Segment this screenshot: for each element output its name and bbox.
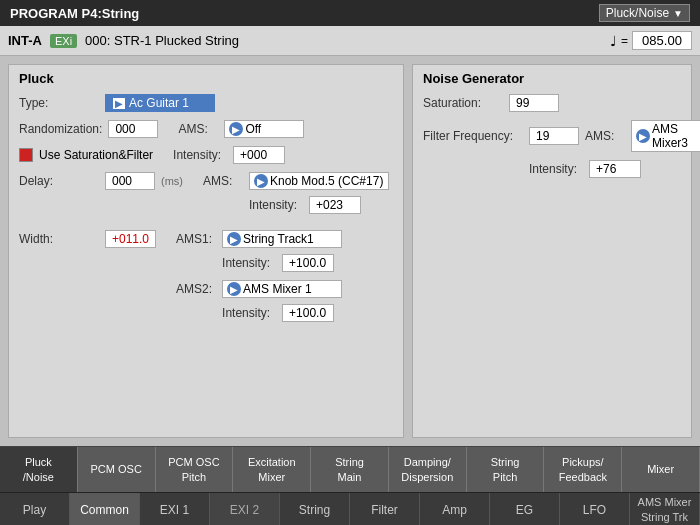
ams1-arrow-icon: ▶ bbox=[229, 122, 243, 136]
intensity1-row: Intensity: +000 bbox=[173, 146, 285, 164]
ams3-row: AMS1: ▶ String Track1 bbox=[176, 230, 342, 248]
app-title: PROGRAM P4:String bbox=[10, 6, 139, 21]
pluck-panel: Pluck Type: ▶ Ac Guitar 1 Randomization:… bbox=[8, 64, 404, 438]
delay-label: Delay: bbox=[19, 174, 99, 188]
tab2-3[interactable]: EXI 2 bbox=[210, 493, 280, 525]
tab1-8[interactable]: Mixer bbox=[622, 447, 700, 492]
tab2-0[interactable]: Play bbox=[0, 493, 70, 525]
tab2-6[interactable]: Amp bbox=[420, 493, 490, 525]
checkbox-icon[interactable] bbox=[19, 148, 33, 162]
type-dropdown[interactable]: ▶ Ac Guitar 1 bbox=[105, 94, 215, 112]
randomization-value[interactable]: 000 bbox=[108, 120, 158, 138]
tempo-icon: ♩ bbox=[610, 33, 617, 49]
exi-badge[interactable]: EXi bbox=[50, 34, 77, 48]
delay-row: Delay: 000 (ms) bbox=[19, 172, 183, 190]
main-content: Pluck Type: ▶ Ac Guitar 1 Randomization:… bbox=[0, 56, 700, 446]
tab2-8[interactable]: LFO bbox=[560, 493, 630, 525]
mode-dropdown-label: Pluck/Noise bbox=[606, 6, 669, 20]
ams2-arrow-icon: ▶ bbox=[254, 174, 268, 188]
ams1-label: AMS: bbox=[178, 122, 218, 136]
noise-intensity-row: Intensity: +76 bbox=[529, 160, 681, 178]
width-value[interactable]: +011.0 bbox=[105, 230, 156, 248]
delay-section: Delay: 000 (ms) bbox=[19, 172, 183, 198]
tab2-1[interactable]: Common bbox=[70, 493, 140, 525]
intensity1-value[interactable]: +000 bbox=[233, 146, 285, 164]
ams2-section: AMS: ▶ Knob Mod.5 (CC#17) Intensity: +02… bbox=[203, 172, 389, 222]
intensity2-value[interactable]: +023 bbox=[309, 196, 361, 214]
intensity1-label: Intensity: bbox=[173, 148, 227, 162]
ams3-section: AMS1: ▶ String Track1 Intensity: +100.0 … bbox=[176, 230, 342, 330]
tabs-row1: Pluck /NoisePCM OSCPCM OSC PitchExcitati… bbox=[0, 446, 700, 492]
ams2-label: AMS: bbox=[203, 174, 243, 188]
filter-freq-label: Filter Frequency: bbox=[423, 129, 523, 143]
tab1-6[interactable]: String Pitch bbox=[467, 447, 545, 492]
delay-value[interactable]: 000 bbox=[105, 172, 155, 190]
ams3-dropdown[interactable]: ▶ String Track1 bbox=[222, 230, 342, 248]
ams3-arrow-icon: ▶ bbox=[227, 232, 241, 246]
tabs-row2: PlayCommonEXI 1EXI 2StringFilterAmpEGLFO… bbox=[0, 492, 700, 525]
ams4-label: AMS2: bbox=[176, 282, 216, 296]
intensity4-value[interactable]: +100.0 bbox=[282, 304, 334, 322]
tab1-7[interactable]: Pickups/ Feedback bbox=[544, 447, 622, 492]
tab2-9[interactable]: AMS Mixer String Trk bbox=[630, 493, 700, 525]
tab2-5[interactable]: Filter bbox=[350, 493, 420, 525]
tempo-area: ♩ = 085.00 bbox=[610, 31, 692, 50]
ams1-dropdown[interactable]: ▶ Off bbox=[224, 120, 304, 138]
noise-ams-value: AMS Mixer3 bbox=[652, 122, 700, 150]
ams3-value: String Track1 bbox=[243, 232, 314, 246]
tab2-2[interactable]: EXI 1 bbox=[140, 493, 210, 525]
noise-intensity-value[interactable]: +76 bbox=[589, 160, 641, 178]
saturation-label: Saturation: bbox=[423, 96, 503, 110]
checkbox-label: Use Saturation&Filter bbox=[39, 148, 153, 162]
saturation-value[interactable]: 99 bbox=[509, 94, 559, 112]
ams2-row: AMS: ▶ Knob Mod.5 (CC#17) bbox=[203, 172, 389, 190]
ams1-value: Off bbox=[245, 122, 261, 136]
randomization-label: Randomization: bbox=[19, 122, 102, 136]
filter-row: Filter Frequency: 19 AMS: ▶ AMS Mixer3 bbox=[423, 120, 681, 152]
preset-name: 000: STR-1 Plucked String bbox=[85, 33, 602, 48]
tab1-4[interactable]: String Main bbox=[311, 447, 389, 492]
noise-ams-dropdown[interactable]: ▶ AMS Mixer3 bbox=[631, 120, 700, 152]
tab1-1[interactable]: PCM OSC bbox=[78, 447, 156, 492]
tab1-3[interactable]: Excitation Mixer bbox=[233, 447, 311, 492]
noise-ams-label: AMS: bbox=[585, 129, 625, 143]
ams4-arrow-icon: ▶ bbox=[227, 282, 241, 296]
ams3-label: AMS1: bbox=[176, 232, 216, 246]
ms-label: (ms) bbox=[161, 175, 183, 187]
noise-panel-title: Noise Generator bbox=[423, 71, 681, 86]
top-bar: PROGRAM P4:String Pluck/Noise ▼ bbox=[0, 0, 700, 26]
ams1-row: AMS: ▶ Off bbox=[178, 120, 304, 138]
tab2-4[interactable]: String bbox=[280, 493, 350, 525]
intensity3-label: Intensity: bbox=[222, 256, 276, 270]
tab1-5[interactable]: Damping/ Dispersion bbox=[389, 447, 467, 492]
intensity4-label: Intensity: bbox=[222, 306, 276, 320]
tempo-equals: = bbox=[621, 34, 628, 48]
tempo-value[interactable]: 085.00 bbox=[632, 31, 692, 50]
width-row: Width: +011.0 bbox=[19, 230, 156, 248]
checkbox-row: Use Saturation&Filter bbox=[19, 146, 153, 164]
type-value: Ac Guitar 1 bbox=[129, 96, 189, 110]
dropdown-arrow-icon: ▼ bbox=[673, 8, 683, 19]
saturation-row: Saturation: 99 bbox=[423, 94, 681, 112]
noise-ams-arrow-icon: ▶ bbox=[636, 129, 650, 143]
type-label: Type: bbox=[19, 96, 99, 110]
intensity3-row: Intensity: +100.0 bbox=[222, 254, 342, 272]
intensity3-value[interactable]: +100.0 bbox=[282, 254, 334, 272]
mode-dropdown[interactable]: Pluck/Noise ▼ bbox=[599, 4, 690, 22]
top-bar-right: Pluck/Noise ▼ bbox=[599, 4, 690, 22]
randomization-row: Randomization: 000 bbox=[19, 120, 158, 138]
type-arrow-icon: ▶ bbox=[113, 98, 125, 109]
filter-freq-value[interactable]: 19 bbox=[529, 127, 579, 145]
type-row: Type: ▶ Ac Guitar 1 bbox=[19, 94, 393, 112]
ams4-dropdown[interactable]: ▶ AMS Mixer 1 bbox=[222, 280, 342, 298]
tab2-7[interactable]: EG bbox=[490, 493, 560, 525]
tab1-0[interactable]: Pluck /Noise bbox=[0, 447, 78, 492]
intensity2-row: Intensity: +023 bbox=[249, 196, 389, 214]
intensity2-label: Intensity: bbox=[249, 198, 303, 212]
noise-panel: Noise Generator Saturation: 99 Filter Fr… bbox=[412, 64, 692, 438]
pluck-panel-title: Pluck bbox=[19, 71, 393, 86]
ams4-value: AMS Mixer 1 bbox=[243, 282, 312, 296]
ams2-dropdown[interactable]: ▶ Knob Mod.5 (CC#17) bbox=[249, 172, 389, 190]
ams4-row: AMS2: ▶ AMS Mixer 1 bbox=[176, 280, 342, 298]
tab1-2[interactable]: PCM OSC Pitch bbox=[156, 447, 234, 492]
